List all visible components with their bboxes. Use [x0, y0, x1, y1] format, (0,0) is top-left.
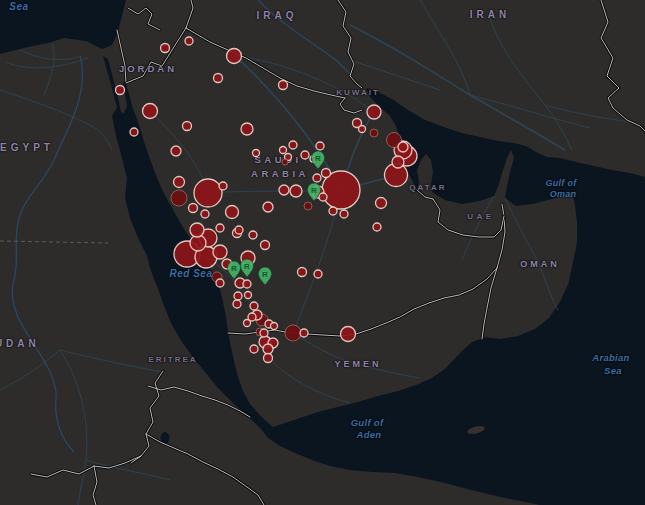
bubble-marker[interactable]: [161, 44, 170, 53]
map-pin-r[interactable]: R: [240, 259, 253, 277]
bubble-marker[interactable]: [214, 74, 223, 83]
bubble-marker[interactable]: [367, 105, 381, 119]
bubble-marker[interactable]: [322, 169, 331, 178]
bubble-marker[interactable]: [279, 81, 288, 90]
bubble-marker[interactable]: [313, 174, 321, 182]
pin-letter: R: [244, 262, 250, 271]
bubble-marker[interactable]: [304, 202, 312, 210]
bubble-marker[interactable]: [130, 128, 138, 136]
bubble-marker[interactable]: [263, 202, 273, 212]
bubble-marker[interactable]: [249, 231, 257, 239]
marker-layer: RRRRR: [0, 0, 645, 505]
bubble-marker[interactable]: [250, 345, 258, 353]
bubble-marker[interactable]: [250, 302, 258, 310]
bubble-marker[interactable]: [370, 129, 378, 137]
bubble-marker[interactable]: [319, 193, 327, 201]
bubble-marker[interactable]: [243, 280, 251, 288]
bubble-marker[interactable]: [201, 210, 209, 218]
bubble-marker[interactable]: [289, 141, 297, 149]
bubble-marker[interactable]: [116, 86, 125, 95]
bubble-marker[interactable]: [260, 329, 268, 337]
pin-letter: R: [311, 186, 317, 195]
bubble-marker[interactable]: [241, 123, 253, 135]
bubble-marker[interactable]: [171, 146, 181, 156]
map-canvas[interactable]: SeaEGYPTSUDANERITREAJORDANIRAQIRANKUWAIT…: [0, 0, 645, 505]
bubble-marker[interactable]: [376, 198, 387, 209]
bubble-marker[interactable]: [280, 147, 287, 154]
pin-letter: R: [315, 154, 321, 163]
bubble-marker[interactable]: [216, 224, 224, 232]
bubble-marker[interactable]: [245, 292, 252, 299]
bubble-marker[interactable]: [263, 344, 273, 354]
bubble-marker[interactable]: [316, 142, 324, 150]
bubble-marker[interactable]: [244, 320, 251, 327]
bubble-marker[interactable]: [359, 126, 366, 133]
pin-letter: R: [262, 270, 268, 279]
bubble-marker[interactable]: [285, 325, 301, 341]
bubble-marker[interactable]: [340, 210, 348, 218]
bubble-marker[interactable]: [190, 223, 204, 237]
bubble-marker[interactable]: [314, 270, 322, 278]
bubble-marker[interactable]: [298, 268, 307, 277]
bubble-marker[interactable]: [279, 185, 289, 195]
bubble-marker[interactable]: [227, 49, 242, 64]
pin-letter: R: [231, 264, 237, 273]
bubble-marker[interactable]: [264, 354, 273, 363]
bubble-marker[interactable]: [271, 323, 278, 330]
bubble-marker[interactable]: [341, 327, 356, 342]
bubble-marker[interactable]: [194, 179, 222, 207]
bubble-marker[interactable]: [219, 182, 227, 190]
bubble-marker[interactable]: [253, 150, 260, 157]
bubble-marker[interactable]: [300, 329, 308, 337]
bubble-marker[interactable]: [235, 226, 243, 234]
bubble-marker[interactable]: [329, 207, 337, 215]
bubble-marker[interactable]: [143, 104, 158, 119]
bubble-marker[interactable]: [216, 279, 224, 287]
bubble-marker[interactable]: [171, 190, 187, 206]
bubble-marker[interactable]: [185, 37, 193, 45]
map-pin-r[interactable]: R: [227, 261, 240, 279]
bubble-marker[interactable]: [234, 292, 242, 300]
bubble-marker[interactable]: [233, 300, 241, 308]
map-pin-r[interactable]: R: [258, 267, 271, 285]
bubble-marker[interactable]: [398, 142, 408, 152]
bubble-marker[interactable]: [290, 185, 302, 197]
bubble-marker[interactable]: [373, 223, 381, 231]
bubble-marker[interactable]: [301, 151, 309, 159]
map-pin-r[interactable]: R: [311, 151, 324, 169]
bubble-marker[interactable]: [282, 159, 288, 165]
bubble-marker[interactable]: [189, 204, 198, 213]
bubble-marker[interactable]: [174, 177, 185, 188]
bubble-marker[interactable]: [261, 241, 270, 250]
bubble-marker[interactable]: [183, 122, 192, 131]
bubble-marker[interactable]: [213, 245, 227, 259]
bubble-marker[interactable]: [392, 156, 404, 168]
bubble-marker[interactable]: [226, 206, 239, 219]
